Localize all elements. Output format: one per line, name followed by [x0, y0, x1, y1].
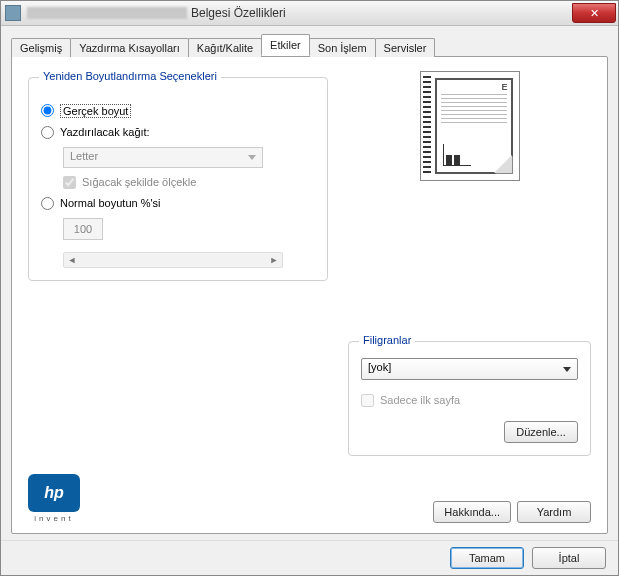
panel-bottom-row: hp invent Hakkında... Yardım — [28, 474, 591, 523]
radio-percent-row[interactable]: Normal boyutun %'si — [41, 197, 315, 210]
printer-icon — [5, 5, 21, 21]
radio-percent[interactable] — [41, 197, 54, 210]
tabpanel-effects: Yeniden Boyutlandırma Seçenekleri Gerçek… — [11, 56, 608, 534]
logo-block: hp invent — [28, 474, 80, 523]
watermark-edit-button[interactable]: Düzenle... — [504, 421, 578, 443]
tab-effects[interactable]: Etkiler — [261, 34, 310, 56]
tabstrip: Gelişmiş Yazdırma Kısayolları Kağıt/Kali… — [11, 34, 608, 56]
hp-logo-icon: hp — [28, 474, 80, 512]
help-button[interactable]: Yardım — [517, 501, 591, 523]
hp-invent-label: invent — [28, 514, 80, 523]
radio-actual-size-label: Gerçek boyut — [60, 104, 131, 118]
ok-button[interactable]: Tamam — [450, 547, 524, 569]
percent-slider: ◄ ► — [63, 252, 283, 268]
radio-print-on-row[interactable]: Yazdırılacak kağıt: — [41, 126, 315, 139]
tab-finishing[interactable]: Son İşlem — [309, 38, 376, 57]
title-obscured — [27, 7, 187, 19]
tab-advanced[interactable]: Gelişmiş — [11, 38, 71, 57]
radio-print-on-label: Yazdırılacak kağıt: — [60, 126, 150, 138]
resize-options-group: Yeniden Boyutlandırma Seçenekleri Gerçek… — [28, 77, 328, 281]
preview-spiral-icon — [423, 76, 431, 176]
preview-page-fold-icon — [494, 155, 512, 173]
close-button[interactable]: ✕ — [572, 3, 616, 23]
slider-right-icon: ► — [268, 254, 280, 266]
scale-to-fit-label: Sığacak şekilde ölçekle — [82, 176, 196, 188]
about-help-row: Hakkında... Yardım — [433, 501, 591, 523]
scale-to-fit-row: Sığacak şekilde ölçekle — [63, 176, 315, 189]
watermark-group: Filigranlar [yok] Sadece ilk sayfa Düzen… — [348, 341, 591, 456]
scale-to-fit-checkbox — [63, 176, 76, 189]
percent-controls: ◄ ► — [63, 218, 315, 268]
paper-size-value: Letter — [70, 150, 98, 162]
radio-actual-size[interactable] — [41, 104, 54, 117]
slider-left-icon: ◄ — [66, 254, 78, 266]
resize-group-title: Yeniden Boyutlandırma Seçenekleri — [39, 70, 221, 82]
titlebar: Belgesi Özellikleri ✕ — [1, 1, 618, 26]
close-icon: ✕ — [590, 7, 599, 19]
dialog-footer: Tamam İptal — [1, 540, 618, 575]
first-page-only-checkbox — [361, 394, 374, 407]
preview-text-lines — [441, 94, 507, 124]
page-preview — [420, 71, 520, 181]
tab-paper-quality[interactable]: Kağıt/Kalite — [188, 38, 262, 57]
title-suffix: Belgesi Özellikleri — [191, 6, 286, 20]
right-column: Filigranlar [yok] Sadece ilk sayfa Düzen… — [348, 71, 591, 456]
dialog-window: Belgesi Özellikleri ✕ Gelişmiş Yazdırma … — [0, 0, 619, 576]
left-column: Yeniden Boyutlandırma Seçenekleri Gerçek… — [28, 71, 328, 456]
window-title: Belgesi Özellikleri — [27, 6, 286, 20]
percent-input — [63, 218, 103, 240]
preview-page — [435, 78, 513, 174]
first-page-only-row: Sadece ilk sayfa — [361, 394, 578, 407]
preview-chart-icon — [443, 144, 471, 166]
radio-percent-label: Normal boyutun %'si — [60, 197, 161, 209]
watermark-value: [yok] — [368, 361, 391, 373]
tab-shortcuts[interactable]: Yazdırma Kısayolları — [70, 38, 189, 57]
paper-size-select: Letter — [63, 147, 263, 168]
first-page-only-label: Sadece ilk sayfa — [380, 394, 460, 406]
radio-print-on[interactable] — [41, 126, 54, 139]
about-button[interactable]: Hakkında... — [433, 501, 511, 523]
cancel-button[interactable]: İptal — [532, 547, 606, 569]
radio-actual-size-row[interactable]: Gerçek boyut — [41, 104, 315, 118]
watermark-group-title: Filigranlar — [359, 334, 415, 346]
dialog-body: Gelişmiş Yazdırma Kısayolları Kağıt/Kali… — [1, 26, 618, 540]
paper-select-wrap: Letter Sığacak şekilde ölçekle — [63, 147, 315, 189]
watermark-select[interactable]: [yok] — [361, 358, 578, 380]
tab-services[interactable]: Servisler — [375, 38, 436, 57]
